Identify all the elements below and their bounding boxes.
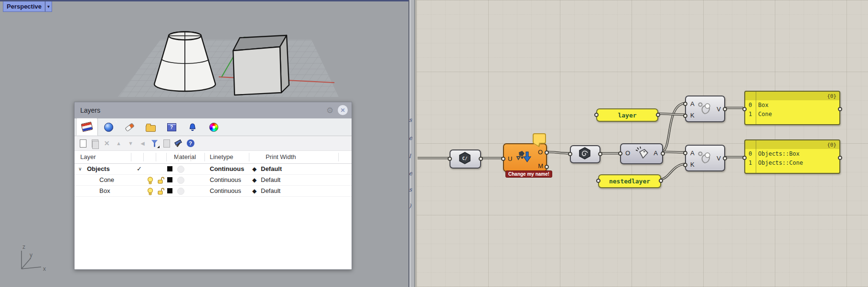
material-preview[interactable] (177, 166, 184, 173)
material-preview[interactable] (177, 188, 184, 195)
window-edge-strip: s e l e s ) (408, 0, 417, 287)
spiral-component[interactable] (570, 145, 600, 163)
chevron-down-icon[interactable]: ▾ (45, 1, 52, 11)
linetype-value[interactable]: Continuous (210, 164, 244, 174)
output-nub[interactable] (659, 179, 663, 183)
print-width-diamond-icon: ◆ (252, 186, 257, 196)
layer-color-swatch[interactable] (167, 177, 172, 182)
layers-panel-titlebar[interactable]: Layers ⚙ ✕ (75, 102, 352, 118)
move-up-button[interactable]: ▲ (115, 139, 123, 148)
input-nub[interactable] (568, 152, 572, 156)
help-window-icon: ? (167, 123, 176, 131)
retrieve-component-top[interactable]: A K V (685, 96, 725, 122)
output-nub[interactable] (545, 165, 549, 169)
input-nub[interactable] (683, 151, 687, 155)
layers-panel-tabs: ? (75, 118, 352, 136)
input-nub[interactable] (596, 179, 600, 183)
output-nub[interactable] (479, 157, 483, 161)
input-nub[interactable] (683, 114, 687, 118)
filter-button[interactable] (150, 139, 159, 148)
input-nub[interactable] (618, 151, 622, 156)
close-icon[interactable]: ✕ (338, 105, 348, 115)
input-nub[interactable] (742, 156, 747, 160)
output-nub[interactable] (598, 152, 602, 156)
layer-row-objects[interactable]: ∨ Objects ✓ Continuous ◆ Default (75, 164, 352, 175)
layer-color-swatch[interactable] (167, 188, 172, 193)
gear-icon[interactable]: ⚙ (326, 106, 333, 116)
layer-color-swatch[interactable] (167, 166, 172, 171)
layer-row-box[interactable]: Box Continuous ◆ Default (75, 186, 352, 197)
input-nub[interactable] (683, 102, 687, 106)
layer-row-cone[interactable]: Cone Continuous ◆ Default (75, 175, 352, 186)
input-label-k: K (690, 161, 695, 168)
output-nub[interactable] (838, 107, 842, 111)
print-width-value[interactable]: Default (261, 164, 282, 174)
output-nub[interactable] (545, 150, 549, 155)
visibility-bulb-icon[interactable] (147, 188, 153, 199)
output-nub[interactable] (723, 107, 727, 111)
input-nub[interactable] (683, 163, 687, 167)
tab-help-window[interactable]: ? (161, 119, 182, 136)
wire[interactable] (659, 164, 685, 180)
input-nub[interactable] (448, 157, 452, 161)
output-nub[interactable] (656, 113, 660, 117)
key-value-icon (697, 150, 713, 165)
sphere-icon (104, 123, 113, 132)
panel-path-header: {0} (745, 140, 839, 149)
grasshopper-canvas[interactable]: C/ U O M Change my name! (417, 0, 868, 287)
report-button[interactable] (162, 139, 171, 148)
input-nub[interactable] (501, 157, 505, 161)
layer-name: Objects (87, 164, 110, 174)
new-layer-button[interactable] (79, 139, 87, 148)
box-object[interactable] (233, 35, 289, 95)
tab-display[interactable] (98, 119, 119, 136)
print-width-diamond-icon: ◆ (252, 164, 257, 174)
retrieve-component-bottom[interactable]: A K V (685, 145, 725, 171)
rhino-viewport[interactable]: z y x Perspective ▾ Layers ⚙ ✕ (0, 0, 408, 287)
tab-notifications[interactable] (182, 119, 203, 136)
wire[interactable] (661, 103, 685, 152)
copy-layer-button[interactable] (91, 139, 99, 148)
warning-banner[interactable]: Change my name! (505, 170, 552, 178)
paint-tube-icon (125, 123, 135, 132)
tag-component[interactable]: O A (620, 143, 663, 164)
layers-panel-title: Layers (75, 106, 100, 114)
output-nub[interactable] (661, 151, 665, 156)
panel-row: 1Objects::Cone (745, 158, 839, 167)
rename-component[interactable]: U O M (503, 143, 547, 172)
path-hexagon-icon: C/ (458, 151, 472, 165)
tab-color-wheel[interactable] (203, 119, 224, 136)
output-panel-top[interactable]: {0} 0Box 1Cone (744, 91, 840, 125)
move-down-button[interactable]: ▼ (127, 139, 135, 148)
delete-layer-button[interactable]: ✕ (103, 139, 111, 148)
nestedlayer-name-panel[interactable]: nestedlayer (598, 174, 661, 188)
print-width-value[interactable]: Default (261, 186, 280, 196)
input-nub[interactable] (742, 107, 747, 111)
up-triangle-icon: ▲ (116, 140, 121, 146)
tab-files[interactable] (140, 119, 161, 136)
tab-layers[interactable] (76, 118, 98, 136)
viewport-tab[interactable]: Perspective ▾ (3, 1, 52, 12)
path-component[interactable]: C/ (450, 149, 481, 169)
expand-caret-icon[interactable]: ∨ (78, 164, 82, 174)
note-balloon-icon[interactable] (533, 133, 546, 144)
wire[interactable] (546, 152, 569, 153)
linetype-value[interactable]: Continuous (210, 186, 241, 196)
unnest-button[interactable]: ◀ (139, 139, 147, 148)
material-preview[interactable] (177, 177, 184, 184)
current-layer-check-icon[interactable]: ✓ (137, 164, 142, 174)
output-nub[interactable] (723, 156, 727, 160)
output-nub[interactable] (838, 156, 842, 160)
output-panel-bottom[interactable]: {0} 0Objects::Box 1Objects::Cone (744, 139, 840, 174)
input-label-u: U (508, 155, 512, 162)
linetype-value[interactable]: Continuous (210, 175, 241, 185)
tab-materials[interactable] (119, 119, 140, 136)
tools-button[interactable] (174, 139, 182, 148)
spiral-hexagon-icon (578, 146, 592, 160)
wire[interactable] (656, 114, 685, 115)
print-width-value[interactable]: Default (261, 175, 280, 185)
layer-name-panel[interactable]: layer (596, 108, 658, 122)
help-button[interactable]: ? (186, 139, 194, 148)
input-nub[interactable] (594, 113, 599, 117)
lock-icon[interactable] (158, 188, 164, 198)
